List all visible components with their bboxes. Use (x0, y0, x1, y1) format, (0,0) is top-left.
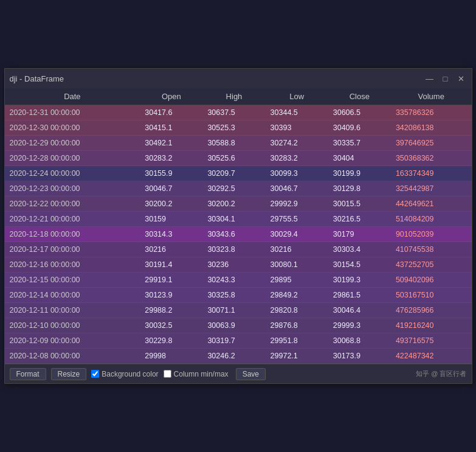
table-row: 2020-12-09 00:00:0030229.830319.729951.8… (5, 333, 472, 349)
table-cell: 397646925 (391, 136, 472, 151)
col-header-date: Date (5, 88, 140, 105)
table-cell: 30046.4 (328, 303, 391, 318)
table-row: 2020-12-11 00:00:0029988.230071.129820.8… (5, 303, 472, 318)
table-cell: 476285966 (391, 303, 472, 318)
table-row: 2020-12-14 00:00:0030123.930325.829849.2… (5, 288, 472, 303)
table-cell: 335786326 (391, 105, 472, 120)
col-header-high: High (202, 88, 265, 105)
table-cell: 30415.1 (140, 120, 202, 136)
table-cell: 509402096 (391, 273, 472, 288)
table-row: 2020-12-18 00:00:0030314.330343.630029.4… (5, 227, 472, 242)
table-cell: 30304.1 (202, 212, 265, 227)
table-cell: 514084209 (391, 212, 472, 227)
title-bar: dji - DataFrame — □ ✕ (5, 69, 472, 88)
table-cell: 30154.5 (328, 257, 391, 273)
table-cell: 30314.3 (140, 227, 202, 242)
table-row: 2020-12-23 00:00:0030046.730292.530046.7… (5, 181, 472, 196)
watermark: 知乎 @ 盲区行者 (416, 369, 466, 378)
table-cell: 30283.2 (266, 151, 328, 166)
window-controls: — □ ✕ (424, 73, 467, 84)
table-cell: 2020-12-21 00:00:00 (5, 212, 140, 227)
table-cell: 437252705 (391, 257, 472, 273)
table-cell: 2020-12-14 00:00:00 (5, 288, 140, 303)
table-cell: 30344.5 (266, 105, 328, 120)
table-cell: 2020-12-16 00:00:00 (5, 257, 140, 273)
table-cell: 30209.7 (202, 166, 265, 181)
table-row: 2020-12-08 00:00:002999830246.229972.130… (5, 349, 472, 364)
table-cell: 30292.5 (202, 181, 265, 196)
table-cell: 30637.5 (202, 105, 265, 120)
table-cell: 2020-12-31 00:00:00 (5, 105, 140, 120)
table-cell: 503167510 (391, 288, 472, 303)
table-cell: 30283.2 (140, 151, 202, 166)
table-cell: 2020-12-11 00:00:00 (5, 303, 140, 318)
table-cell: 30080.1 (266, 257, 328, 273)
main-window: dji - DataFrame — □ ✕ Date Open High Low… (4, 68, 472, 384)
table-cell: 30393 (266, 120, 328, 136)
table-cell: 30319.7 (202, 333, 265, 349)
table-cell: 30200.2 (140, 196, 202, 212)
table-cell: 30525.3 (202, 120, 265, 136)
column-minmax-label: Column min/max (174, 370, 229, 378)
table-cell: 2020-12-28 00:00:00 (5, 151, 140, 166)
table-cell: 350368362 (391, 151, 472, 166)
background-color-group: Background color (91, 370, 158, 378)
table-cell: 2020-12-10 00:00:00 (5, 318, 140, 333)
table-cell: 30155.9 (140, 166, 202, 181)
bottom-bar: Format Resize Background color Column mi… (5, 364, 472, 383)
table-cell: 30068.8 (328, 333, 391, 349)
table-cell: 422487342 (391, 349, 472, 364)
table-cell: 30323.8 (202, 242, 265, 257)
table-cell: 2020-12-24 00:00:00 (5, 166, 140, 181)
col-header-open: Open (140, 88, 202, 105)
format-button[interactable]: Format (10, 368, 46, 380)
table-cell: 2020-12-15 00:00:00 (5, 273, 140, 288)
table-cell: 2020-12-17 00:00:00 (5, 242, 140, 257)
window-title: dji - DataFrame (10, 74, 64, 83)
table-cell: 30417.6 (140, 105, 202, 120)
table-cell: 325442987 (391, 181, 472, 196)
table-cell: 30335.7 (328, 136, 391, 151)
maximize-button[interactable]: □ (440, 73, 451, 84)
table-cell: 29876.8 (266, 318, 328, 333)
table-cell: 30015.5 (328, 196, 391, 212)
table-cell: 29861.5 (328, 288, 391, 303)
table-row: 2020-12-10 00:00:0030032.530063.929876.8… (5, 318, 472, 333)
table-cell: 29849.2 (266, 288, 328, 303)
table-cell: 30243.3 (202, 273, 265, 288)
table-cell: 2020-12-18 00:00:00 (5, 227, 140, 242)
table-cell: 29988.2 (140, 303, 202, 318)
table-cell: 30229.8 (140, 333, 202, 349)
column-minmax-checkbox[interactable] (164, 370, 171, 378)
table-row: 2020-12-15 00:00:0029919.130243.32989530… (5, 273, 472, 288)
table-row: 2020-12-17 00:00:003021630323.8302163030… (5, 242, 472, 257)
table-cell: 163374349 (391, 166, 472, 181)
table-cell: 30159 (140, 212, 202, 227)
table-cell: 2020-12-29 00:00:00 (5, 136, 140, 151)
table-cell: 30246.2 (202, 349, 265, 364)
table-cell: 493716575 (391, 333, 472, 349)
resize-button[interactable]: Resize (51, 368, 87, 380)
table-cell: 30409.6 (328, 120, 391, 136)
table-cell: 29755.5 (266, 212, 328, 227)
table-cell: 419216240 (391, 318, 472, 333)
save-button[interactable]: Save (236, 368, 266, 380)
table-cell: 29992.9 (266, 196, 328, 212)
table-cell: 30525.6 (202, 151, 265, 166)
column-minmax-group: Column min/max (164, 370, 229, 378)
table-cell: 30606.5 (328, 105, 391, 120)
table-cell: 30129.8 (328, 181, 391, 196)
close-button[interactable]: ✕ (456, 73, 467, 84)
background-color-checkbox[interactable] (91, 370, 99, 378)
table-header-row: Date Open High Low Close Volume (5, 88, 472, 105)
table-cell: 30099.3 (266, 166, 328, 181)
table-cell: 901052039 (391, 227, 472, 242)
table-row: 2020-12-16 00:00:0030191.43023630080.130… (5, 257, 472, 273)
col-header-low: Low (266, 88, 328, 105)
table-cell: 30063.9 (202, 318, 265, 333)
minimize-button[interactable]: — (424, 73, 435, 84)
table-cell: 30492.1 (140, 136, 202, 151)
table-row: 2020-12-21 00:00:003015930304.129755.530… (5, 212, 472, 227)
table-cell: 30200.2 (202, 196, 265, 212)
table-cell: 2020-12-23 00:00:00 (5, 181, 140, 196)
